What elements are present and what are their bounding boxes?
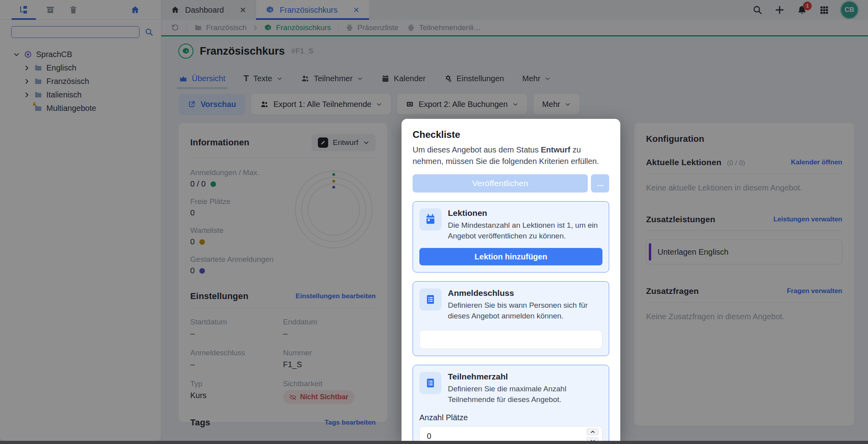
publish-options-button[interactable]: ... — [591, 174, 609, 192]
card-description: Definieren Sie bis wann Personen sich fü… — [448, 300, 602, 321]
form-list-icon — [419, 288, 442, 311]
form-list-icon — [419, 372, 442, 394]
card-title: Lektionen — [448, 208, 602, 218]
card-description: Definieren Sie die maximale Anzahl Teiln… — [448, 384, 602, 405]
checklist-card-teilnehmerzahl: Teilnehmerzahl Definieren Sie die maxima… — [413, 365, 609, 441]
card-title: Anmeldeschluss — [448, 288, 602, 298]
seats-label: Anzahl Plätze — [419, 413, 602, 422]
publish-button[interactable]: Veröffentlichen — [413, 174, 588, 192]
number-stepper — [586, 428, 599, 441]
bottom-edge-strip — [0, 441, 868, 444]
stepper-up-button[interactable] — [586, 428, 599, 436]
card-title: Teilnehmerzahl — [448, 372, 602, 381]
checklist-card-anmeldeschluss: Anmeldeschluss Definieren Sie bis wann P… — [413, 281, 609, 356]
seats-input[interactable] — [421, 432, 586, 441]
checklist-modal: Checkliste Um dieses Angebot aus dem Sta… — [401, 119, 620, 441]
stepper-down-button[interactable] — [586, 437, 599, 441]
add-lesson-button[interactable]: Lektion hinzufügen — [419, 248, 602, 265]
modal-title: Checkliste — [413, 129, 609, 140]
calendar-icon — [419, 208, 442, 231]
checklist-card-lektionen: Lektionen Die Mindestanzahl an Lektionen… — [413, 201, 609, 272]
app-window: Dashboard Französischkurs — [0, 0, 868, 444]
publish-row: Veröffentlichen ... — [413, 174, 609, 192]
deadline-input[interactable] — [419, 330, 602, 349]
modal-intro: Um dieses Angebot aus dem Status Entwurf… — [413, 144, 609, 167]
card-description: Die Mindestanzahl an Lektionen ist 1, um… — [448, 220, 602, 241]
seats-number-field — [419, 426, 602, 441]
